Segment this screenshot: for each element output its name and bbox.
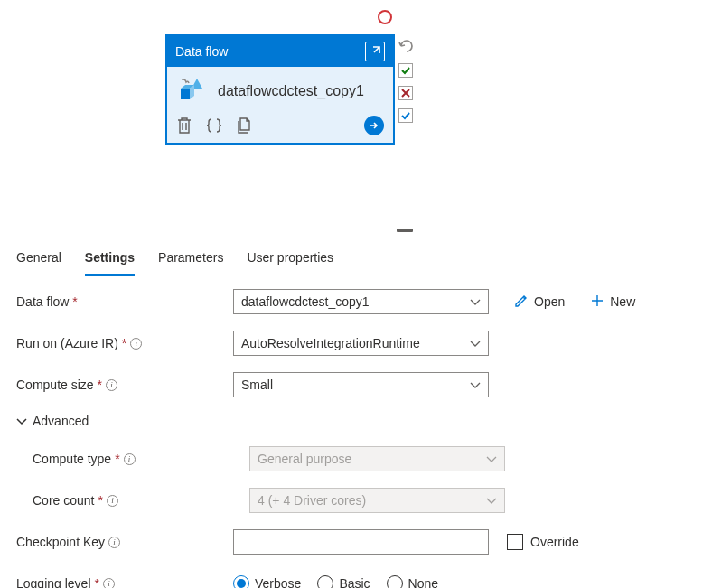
checkpoint-input[interactable]: [233, 529, 489, 555]
plus-icon: [590, 294, 604, 311]
row-core-count: Core count * i 4 (+ 4 Driver cores): [16, 488, 685, 513]
row-checkpoint: Checkpoint Key i Override: [16, 529, 685, 555]
label-compute-type: Compute type: [33, 452, 111, 466]
card-body: dataflowcdctest_copy1: [167, 67, 393, 112]
data-flow-value: dataflowcdctest_copy1: [241, 294, 370, 309]
label-checkpoint: Checkpoint Key: [16, 535, 105, 549]
logging-radio-group: Verbose Basic None: [233, 575, 438, 588]
radio-none[interactable]: None: [387, 575, 438, 588]
info-icon[interactable]: i: [106, 379, 117, 391]
arrow-right-icon[interactable]: [364, 116, 384, 135]
required-asterisk: *: [122, 336, 126, 350]
core-count-select: 4 (+ 4 Driver cores): [249, 488, 505, 513]
radio-none-label: None: [408, 576, 438, 588]
label-logging: Logging level: [16, 576, 91, 588]
copy-icon[interactable]: [236, 117, 252, 135]
label-core-count: Core count: [33, 493, 94, 508]
radio-basic[interactable]: Basic: [317, 575, 370, 588]
redo-icon[interactable]: [398, 38, 415, 55]
dataflow-icon: [178, 76, 209, 107]
new-label: New: [610, 294, 635, 309]
settings-form: Data flow * dataflowcdctest_copy1 Open N…: [16, 289, 685, 588]
info-icon[interactable]: i: [108, 537, 120, 548]
card-header: Data flow: [167, 36, 393, 67]
maximize-icon[interactable]: [365, 42, 385, 61]
code-braces-icon[interactable]: [205, 117, 223, 135]
required-asterisk: *: [115, 452, 119, 466]
chevron-down-icon: [486, 493, 497, 508]
panel-drag-handle[interactable]: [397, 229, 413, 232]
info-icon[interactable]: i: [124, 453, 136, 465]
status-fail-icon[interactable]: [398, 86, 413, 100]
chevron-down-icon: [486, 452, 497, 466]
tab-user-properties[interactable]: User properties: [247, 247, 333, 276]
row-run-on: Run on (Azure IR) * i AutoResolveIntegra…: [16, 331, 685, 356]
info-icon[interactable]: i: [103, 578, 115, 589]
card-header-title: Data flow: [175, 44, 228, 59]
required-asterisk: *: [98, 378, 102, 392]
radio-verbose[interactable]: Verbose: [233, 575, 301, 588]
override-checkbox[interactable]: [507, 534, 523, 550]
new-button[interactable]: New: [590, 294, 635, 311]
run-on-select[interactable]: AutoResolveIntegrationRuntime: [233, 331, 489, 356]
compute-type-value: General purpose: [258, 452, 351, 466]
activity-name: dataflowcdctest_copy1: [218, 82, 364, 100]
open-button[interactable]: Open: [514, 294, 565, 311]
label-compute-size: Compute size: [16, 378, 94, 392]
compute-size-value: Small: [241, 378, 273, 392]
advanced-section: Compute type * i General purpose Core co…: [16, 446, 685, 513]
radio-basic-label: Basic: [339, 576, 370, 588]
status-skip-icon[interactable]: [398, 108, 413, 123]
required-asterisk: *: [72, 294, 77, 309]
row-data-flow: Data flow * dataflowcdctest_copy1 Open N…: [16, 289, 685, 314]
info-icon[interactable]: i: [107, 495, 118, 507]
delete-icon[interactable]: [176, 117, 192, 135]
tab-settings[interactable]: Settings: [85, 247, 135, 276]
dataflow-activity-card[interactable]: Data flow dataflowcdctest_copy1: [165, 34, 395, 145]
required-asterisk: *: [95, 576, 99, 588]
chevron-down-icon: [16, 414, 27, 428]
chevron-down-icon: [470, 294, 481, 309]
required-asterisk: *: [98, 493, 102, 508]
override-label: Override: [530, 535, 579, 549]
chevron-down-icon: [470, 336, 481, 350]
label-data-flow: Data flow: [16, 294, 69, 309]
radio-verbose-label: Verbose: [255, 576, 301, 588]
tab-strip: General Settings Parameters User propert…: [16, 247, 333, 276]
status-success-icon[interactable]: [398, 63, 413, 78]
advanced-toggle[interactable]: Advanced: [16, 414, 685, 428]
annotation-circle: [378, 10, 392, 24]
row-compute-size: Compute size * i Small: [16, 372, 685, 397]
open-label: Open: [534, 294, 565, 309]
advanced-label: Advanced: [33, 414, 89, 428]
chevron-down-icon: [470, 378, 481, 392]
run-on-value: AutoResolveIntegrationRuntime: [241, 336, 420, 350]
compute-size-select[interactable]: Small: [233, 372, 489, 397]
compute-type-select: General purpose: [249, 446, 505, 471]
core-count-value: 4 (+ 4 Driver cores): [258, 493, 366, 508]
info-icon[interactable]: i: [130, 338, 142, 350]
row-logging: Logging level * i Verbose Basic None: [16, 571, 685, 588]
tab-general[interactable]: General: [16, 247, 61, 276]
status-column: [398, 38, 415, 123]
data-flow-select[interactable]: dataflowcdctest_copy1: [233, 289, 489, 314]
card-actions: [167, 112, 393, 143]
tab-parameters[interactable]: Parameters: [158, 247, 223, 276]
row-compute-type: Compute type * i General purpose: [16, 446, 685, 471]
label-run-on: Run on (Azure IR): [16, 336, 118, 350]
pencil-icon: [514, 294, 529, 311]
